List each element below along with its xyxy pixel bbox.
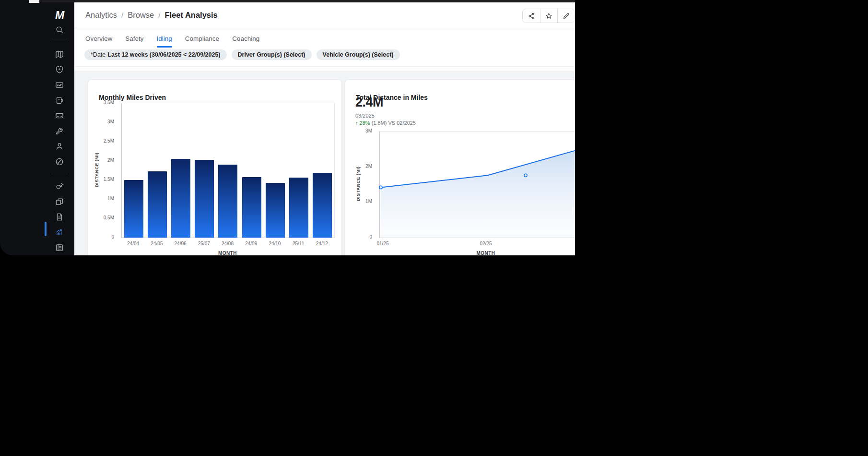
bar-column-25-07	[193, 103, 216, 238]
windows-copy-icon[interactable]	[55, 197, 64, 206]
kpi-period: 03/2025	[355, 113, 375, 119]
map-icon[interactable]	[55, 49, 64, 59]
edit-pencil-button[interactable]	[557, 9, 575, 23]
header-action-group	[522, 9, 575, 23]
bar-column-24-12	[311, 103, 334, 238]
screenshot-canvas: { "colors": { "accent_blue": "#1a73e8", …	[0, 0, 868, 456]
tab-idling[interactable]: Idling	[157, 28, 172, 48]
bar-chart-plot[interactable]	[121, 103, 335, 238]
x-tick: 24/08	[216, 241, 239, 246]
bar-25-07[interactable]	[195, 160, 214, 238]
breadcrumb-item-fleet-analysis: Fleet Analysis	[164, 11, 217, 20]
x-tick: 02/25	[480, 241, 492, 246]
tabs: OverviewSafetyIdlingComplianceCoaching	[74, 28, 575, 48]
tab-overview[interactable]: Overview	[85, 28, 112, 48]
y-tick: 0.5M	[104, 215, 114, 220]
x-tick: 24/10	[263, 241, 286, 246]
search-icon[interactable]	[55, 25, 64, 35]
compass-icon[interactable]	[55, 157, 64, 167]
bar-24-10[interactable]	[266, 183, 285, 238]
content-area: Analytics/Browse/Fleet Analysis Overview…	[74, 2, 575, 255]
y-tick: 3.5M	[104, 100, 114, 105]
star-button[interactable]	[540, 9, 557, 23]
bar-24-12[interactable]	[313, 173, 332, 238]
kpi-delta: ↑ 28% (1.8M) VS 02/2025	[355, 120, 416, 126]
y-tick: 1M	[107, 196, 114, 201]
filter-chip-1[interactable]: Driver Group(s) (Select)	[232, 49, 312, 60]
content-header: Analytics/Browse/Fleet Analysis Overview…	[74, 2, 575, 66]
tab-safety[interactable]: Safety	[125, 28, 143, 48]
filter-chip-2[interactable]: Vehicle Group(s) (Select)	[317, 49, 400, 60]
delta-note: (1.8M) VS 02/2025	[372, 120, 416, 126]
sidebar-divider	[50, 42, 69, 42]
card-monthly-miles-driven: Monthly Miles Driven DISTANCE (MI) 3.5M3…	[88, 79, 342, 255]
x-tick: 24/12	[310, 241, 334, 246]
dispatch-board-icon[interactable]	[55, 80, 64, 90]
document-scan-icon[interactable]	[55, 96, 64, 105]
document-icon[interactable]	[55, 212, 64, 222]
filter-chips: *DateLast 12 weeks (30/06/2025 < 22/09/2…	[74, 48, 575, 66]
bar-column-25-11	[287, 103, 311, 238]
x-axis-title: MONTH	[121, 251, 334, 255]
bar-column-24-04	[122, 103, 145, 238]
edit-pencil-icon	[562, 12, 570, 20]
x-tick: 25/07	[192, 241, 216, 246]
bar-column-24-10	[263, 103, 287, 238]
tab-coaching[interactable]: Coaching	[232, 28, 259, 48]
x-tick: 24/09	[239, 241, 263, 246]
table-list-icon[interactable]	[55, 243, 64, 252]
y-tick: 2.5M	[104, 138, 114, 144]
delta-percent: 28%	[360, 120, 370, 126]
breadcrumb-separator: /	[158, 11, 160, 19]
breadcrumb-item-analytics[interactable]: Analytics	[85, 11, 117, 20]
wrench-icon[interactable]	[55, 126, 64, 136]
data-point-marker-0[interactable]	[379, 186, 382, 189]
x-tick: 24/06	[168, 241, 192, 246]
data-point-marker-1[interactable]	[524, 174, 527, 177]
bar-24-04[interactable]	[124, 180, 143, 238]
bar-column-24-08	[216, 103, 240, 238]
kpi-value: 2.4M	[355, 95, 383, 110]
background-window-sliver	[29, 0, 39, 3]
line-chart-plot[interactable]	[379, 131, 575, 238]
whistle-icon[interactable]	[55, 181, 64, 191]
card-total-distance: Total Distance in Miles 2.4M 03/2025 ↑ 2…	[345, 79, 575, 255]
dashboard-canvas: Monthly Miles Driven DISTANCE (MI) 3.5M3…	[74, 71, 575, 255]
delta-up-arrow-icon: ↑	[355, 120, 358, 126]
motive-logo[interactable]: M	[55, 9, 64, 22]
breadcrumb: Analytics/Browse/Fleet Analysis	[74, 2, 575, 28]
shield-icon[interactable]	[55, 65, 64, 74]
bar-24-08[interactable]	[218, 165, 237, 238]
bar-25-11[interactable]	[289, 178, 308, 238]
bar-series	[122, 103, 334, 238]
y-tick: 3M	[107, 119, 114, 124]
y-tick: 1.5M	[104, 177, 114, 182]
analytics-trend-icon[interactable]	[55, 228, 64, 237]
chip-prefix: *Date	[91, 51, 106, 58]
breadcrumb-separator: /	[121, 11, 123, 19]
share-icon	[528, 12, 536, 20]
x-axis-ticks: 24/0424/0524/0625/0724/0824/0924/1025/11…	[121, 241, 334, 246]
bar-24-06[interactable]	[171, 159, 190, 238]
person-icon[interactable]	[55, 142, 64, 151]
tab-compliance[interactable]: Compliance	[185, 28, 219, 48]
y-tick: 3M	[365, 128, 372, 133]
share-button[interactable]	[523, 9, 540, 23]
area-fill	[381, 147, 575, 238]
filter-chip-0[interactable]: *DateLast 12 weeks (30/06/2025 < 22/09/2…	[84, 49, 227, 60]
x-tick: 24/05	[145, 241, 168, 246]
bar-24-05[interactable]	[148, 171, 167, 238]
fuel-card-icon[interactable]	[55, 111, 64, 120]
chip-label: Vehicle Group(s) (Select)	[323, 51, 394, 58]
x-axis-title: MONTH	[476, 251, 495, 255]
x-tick: 25/11	[287, 241, 310, 246]
app-window: M Analytics/Browse/Fleet Analysis Overvi…	[0, 0, 575, 255]
bar-column-24-05	[145, 103, 169, 238]
star-icon	[545, 12, 553, 20]
sidebar: M	[44, 2, 75, 255]
sidebar-divider	[50, 174, 69, 174]
bar-24-09[interactable]	[242, 177, 261, 238]
sidebar-active-indicator	[45, 222, 47, 236]
breadcrumb-item-browse[interactable]: Browse	[128, 11, 154, 20]
y-axis-ticks: 3.5M3M2.5M2M1.5M1M0.5M0	[88, 103, 118, 237]
